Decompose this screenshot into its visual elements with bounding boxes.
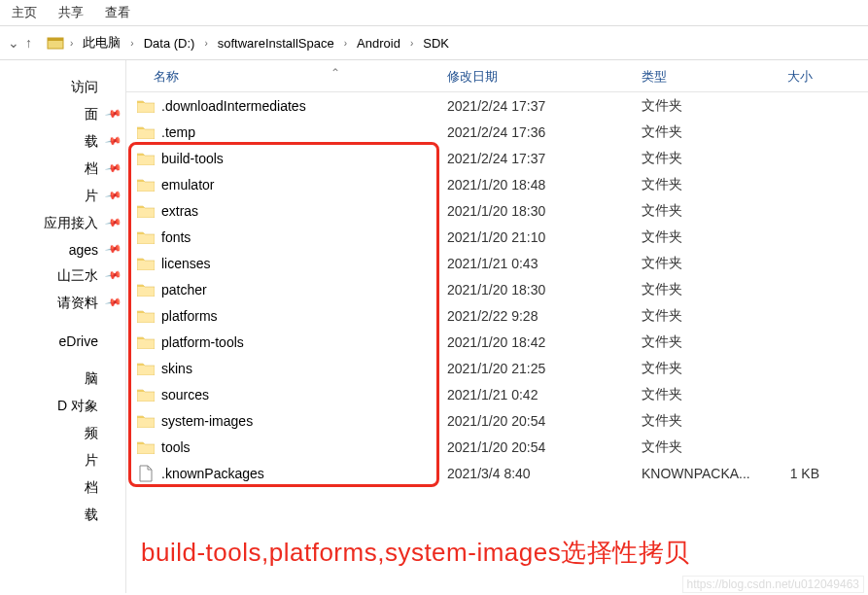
sidebar-item-label: 片: [85, 188, 98, 205]
file-row[interactable]: .downloadIntermediates2021/2/24 17:37文件夹: [126, 92, 868, 119]
sidebar-item[interactable]: 档📌: [0, 474, 125, 502]
sidebar-item-label: 片: [85, 452, 98, 470]
sidebar-item[interactable]: 频📌: [0, 420, 125, 447]
file-type: 文件夹: [642, 360, 787, 377]
folder-icon: [136, 359, 156, 378]
sidebar-item[interactable]: 访问📌: [0, 74, 125, 101]
file-row[interactable]: fonts2021/1/20 21:10文件夹: [126, 224, 868, 250]
pin-icon: 📌: [103, 294, 122, 312]
file-type: 文件夹: [642, 412, 787, 430]
file-row[interactable]: skins2021/1/20 21:25文件夹: [126, 355, 868, 381]
file-row[interactable]: build-tools2021/2/24 17:37文件夹: [126, 145, 868, 171]
folder-icon: [136, 306, 156, 326]
file-row[interactable]: licenses2021/1/21 0:43文件夹: [126, 250, 868, 276]
sidebar-item-label: eDrive: [59, 333, 98, 349]
column-name[interactable]: 名称: [126, 68, 447, 86]
file-row[interactable]: platform-tools2021/1/20 18:42文件夹: [126, 329, 868, 355]
file-date: 2021/1/20 20:54: [447, 439, 642, 455]
file-date: 2021/2/24 17:36: [447, 124, 642, 140]
folder-icon: [136, 175, 156, 194]
file-name: .downloadIntermediates: [161, 98, 447, 114]
folder-icon: [136, 254, 156, 273]
file-name: licenses: [161, 256, 447, 271]
file-row[interactable]: system-images2021/1/20 20:54文件夹: [126, 407, 868, 434]
chevron-right-icon[interactable]: ›: [128, 38, 135, 49]
breadcrumb-item[interactable]: softwareInstallSpace: [214, 34, 338, 52]
file-type: 文件夹: [642, 386, 787, 403]
file-row[interactable]: tools2021/1/20 20:54文件夹: [126, 434, 868, 460]
sidebar: 访问📌面📌载📌档📌片📌应用接入📌ages📌山三水📌请资料📌eDrive📌脑📌D …: [0, 60, 126, 593]
sidebar-item[interactable]: 应用接入📌: [0, 210, 125, 237]
file-row[interactable]: sources2021/1/21 0:42文件夹: [126, 381, 868, 407]
breadcrumb-item[interactable]: 此电脑: [79, 32, 124, 53]
breadcrumbs[interactable]: › 此电脑 › Data (D:) › softwareInstallSpace…: [40, 26, 868, 59]
sidebar-item[interactable]: 山三水📌: [0, 262, 125, 290]
sidebar-item-label: 档: [85, 160, 98, 178]
file-name: tools: [161, 439, 447, 455]
file-date: 2021/2/24 17:37: [447, 151, 642, 166]
top-menu: 主页 共享 查看: [0, 0, 868, 25]
breadcrumb-item[interactable]: Android: [353, 34, 404, 52]
pin-icon: 📌: [103, 132, 122, 151]
menu-view[interactable]: 查看: [105, 4, 130, 21]
chevron-right-icon[interactable]: ›: [342, 38, 349, 49]
sidebar-item-label: 应用接入: [44, 215, 98, 232]
folder-icon: [136, 96, 156, 116]
svg-rect-1: [48, 38, 63, 41]
nav-arrows: ⌄ ↑: [0, 35, 40, 51]
sidebar-item[interactable]: 面📌: [0, 101, 125, 128]
column-date[interactable]: 修改日期: [447, 68, 642, 86]
breadcrumb-item[interactable]: Data (D:): [140, 34, 199, 52]
sidebar-item[interactable]: eDrive📌: [0, 329, 125, 354]
file-row[interactable]: .knownPackages2021/3/4 8:40KNOWNPACKA...…: [126, 460, 868, 486]
nav-up-icon[interactable]: ↑: [25, 35, 32, 51]
menu-share[interactable]: 共享: [58, 4, 84, 21]
column-size[interactable]: 大小: [787, 68, 868, 86]
file-icon: [136, 464, 156, 483]
file-type: 文件夹: [642, 97, 787, 115]
sidebar-item[interactable]: 载📌: [0, 502, 125, 529]
sidebar-item[interactable]: 脑📌: [0, 366, 125, 393]
chevron-right-icon[interactable]: ›: [202, 38, 209, 49]
menu-home[interactable]: 主页: [12, 4, 37, 21]
column-type[interactable]: 类型: [642, 68, 787, 86]
sidebar-item[interactable]: 载📌: [0, 128, 125, 156]
column-headers: 名称 修改日期 类型 大小: [126, 62, 868, 92]
sidebar-item-label: 访问: [71, 79, 98, 96]
chevron-right-icon[interactable]: ›: [68, 38, 75, 49]
pin-icon: 📌: [103, 214, 122, 232]
file-row[interactable]: patcher2021/1/20 18:30文件夹: [126, 276, 868, 302]
sidebar-item-label: 频: [85, 425, 98, 442]
folder-icon: [136, 228, 156, 247]
folder-icon: [136, 122, 156, 142]
pin-icon: 📌: [103, 159, 122, 178]
sidebar-item[interactable]: 档📌: [0, 156, 125, 183]
file-name: sources: [161, 387, 447, 402]
pin-icon: 📌: [103, 240, 122, 259]
sidebar-item[interactable]: ages📌: [0, 237, 125, 262]
sidebar-item[interactable]: D 对象📌: [0, 393, 125, 420]
breadcrumb-item[interactable]: SDK: [419, 34, 453, 52]
sidebar-item-label: 脑: [85, 370, 98, 388]
file-date: 2021/1/20 21:25: [447, 361, 642, 376]
sidebar-item[interactable]: 片📌: [0, 447, 125, 474]
pin-icon: 📌: [103, 266, 122, 285]
sidebar-item[interactable]: 请资料📌: [0, 290, 125, 317]
file-row[interactable]: emulator2021/1/20 18:48文件夹: [126, 171, 868, 197]
file-type: 文件夹: [642, 333, 787, 351]
file-row[interactable]: extras2021/1/20 18:30文件夹: [126, 197, 868, 224]
file-row[interactable]: .temp2021/2/24 17:36文件夹: [126, 119, 868, 145]
sidebar-item-label: 山三水: [57, 267, 98, 285]
folder-icon: [136, 201, 156, 221]
file-type: 文件夹: [642, 150, 787, 167]
file-name: system-images: [161, 413, 447, 429]
file-name: build-tools: [161, 151, 447, 166]
file-row[interactable]: platforms2021/2/22 9:28文件夹: [126, 302, 868, 329]
nav-recent-icon[interactable]: ⌄: [8, 35, 19, 51]
file-name: patcher: [161, 282, 447, 298]
file-size: 1 KB: [787, 466, 868, 481]
chevron-right-icon[interactable]: ›: [408, 38, 415, 49]
file-name: .temp: [161, 124, 447, 140]
file-date: 2021/1/21 0:42: [447, 387, 642, 402]
sidebar-item[interactable]: 片📌: [0, 183, 125, 210]
